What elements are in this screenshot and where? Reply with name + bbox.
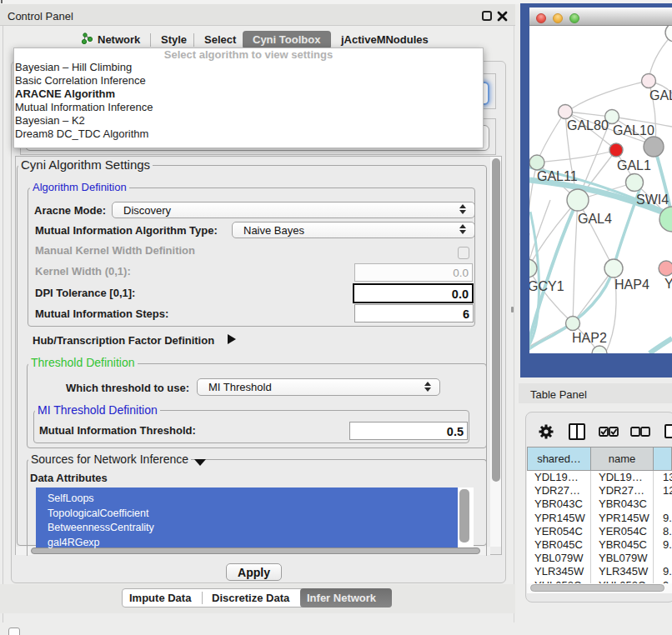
svg-text:Y: Y [664,277,672,291]
svg-text:SWI4: SWI4 [636,192,669,207]
svg-text:GAL10: GAL10 [613,123,654,138]
svg-text:HAP2: HAP2 [572,331,607,345]
svg-text:GAL4: GAL4 [578,212,612,226]
svg-text:HAP4: HAP4 [614,278,649,292]
svg-text:GAL80: GAL80 [567,118,609,132]
svg-text:GCY1: GCY1 [529,279,564,293]
svg-text:GAL7: GAL7 [649,88,672,102]
svg-text:GAL1: GAL1 [617,158,651,172]
svg-text:GAL11: GAL11 [537,169,578,183]
